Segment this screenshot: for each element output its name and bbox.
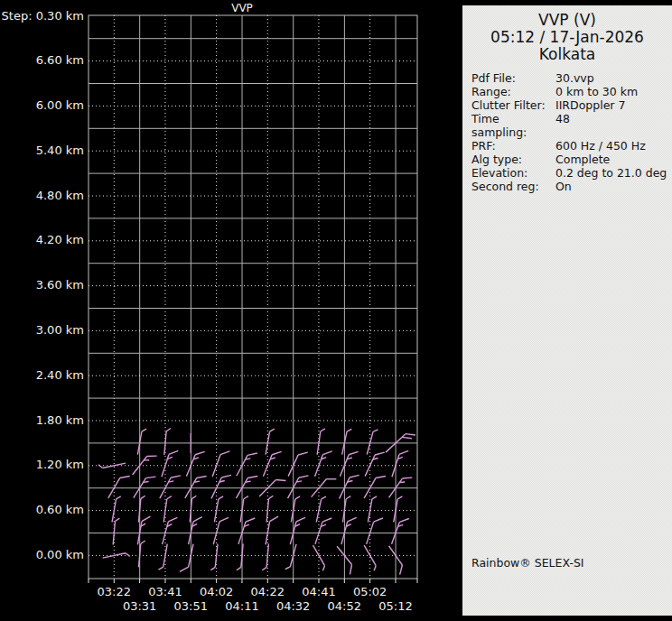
wind-barb (317, 429, 325, 455)
wind-barb (392, 519, 409, 544)
y-tick-label: 0.00 km (36, 548, 84, 561)
detail-row: Time sampling:48 (471, 112, 672, 139)
y-tick-label: 6.00 km (36, 98, 84, 112)
wind-barb (340, 451, 358, 477)
detail-row: Pdf File:30.vvp (471, 71, 672, 85)
wind-barb (288, 476, 309, 498)
wind-barb (290, 517, 305, 544)
detail-label: Elevation: (471, 166, 555, 180)
wind-barb (163, 496, 172, 523)
wind-barb (266, 429, 275, 455)
wind-barb (214, 496, 223, 523)
wind-barb (340, 475, 359, 498)
wind-barb (288, 452, 308, 476)
wind-barb (364, 477, 386, 498)
y-tick-label: 5.40 km (36, 144, 84, 157)
x-tick-label: 04:02 (200, 585, 233, 598)
y-tick-label: 4.80 km (36, 189, 84, 202)
y-tick-label: 3.60 km (36, 278, 84, 292)
wind-barb (186, 451, 204, 477)
detail-row: Second reg:On (471, 180, 672, 193)
detail-row: PRF:600 Hz / 450 Hz (471, 139, 672, 153)
wind-barb (134, 477, 156, 498)
panel-title-block: VVP (V) 05:12 / 17-Jan-2026 Kolkata (462, 5, 672, 63)
wind-barb (342, 429, 352, 454)
wind-barb (315, 518, 331, 544)
wind-barb (291, 496, 300, 523)
wind-barb (164, 429, 171, 455)
product-title: VVP (V) (462, 12, 672, 29)
wind-barb (237, 453, 257, 476)
y-tick-label: 0.60 km (36, 503, 84, 516)
info-panel: VVP (V) 05:12 / 17-Jan-2026 Kolkata Pdf … (462, 5, 672, 616)
wind-barb (394, 496, 403, 523)
x-tick-label: 03:31 (123, 599, 156, 613)
wind-barb (160, 476, 181, 498)
plot-border (89, 15, 417, 579)
detail-label: Time sampling: (471, 112, 555, 139)
y-tick-label: 6.60 km (36, 53, 84, 67)
wind-barb (367, 518, 383, 544)
vvp-window: VVP Step: 0.30 km 6.60 km6.00 km5.40 km4… (0, 0, 672, 621)
y-tick-label: 1.80 km (36, 413, 84, 427)
x-tick-label: 03:22 (98, 585, 131, 598)
detail-label: PRF: (471, 139, 555, 153)
detail-value: Complete (555, 153, 672, 166)
x-tick-label: 04:22 (251, 585, 285, 598)
wind-barb (163, 517, 178, 544)
wind-barb (367, 430, 378, 455)
wind-barb (368, 496, 377, 523)
y-tick-label: 4.20 km (36, 233, 84, 246)
wind-barb (313, 545, 324, 570)
wind-barb (364, 545, 376, 570)
step-label: Step: 0.30 km (2, 9, 84, 23)
x-tick-label: 04:52 (328, 599, 361, 613)
wind-barb (113, 518, 119, 544)
brand-footer: Rainbow® SELEX-SI (471, 556, 584, 570)
x-tick-label: 03:41 (148, 585, 182, 598)
detail-value: 30.vvp (555, 71, 672, 85)
detail-row: Alg type:Complete (471, 153, 672, 166)
vvp-time-height-chart: VVP Step: 0.30 km 6.60 km6.00 km5.40 km4… (0, 0, 462, 621)
x-tick-label: 04:41 (302, 585, 335, 598)
x-tick-label: 03:51 (174, 599, 208, 613)
product-datetime: 05:12 / 17-Jan-2026 (462, 29, 672, 46)
x-tick-label: 04:32 (276, 599, 310, 613)
wind-barb (211, 475, 231, 498)
detail-value: IIRDoppler 7 (555, 98, 672, 112)
wind-barb (185, 477, 207, 498)
wind-barb (213, 517, 229, 544)
product-detail-list: Pdf File:30.vvpRange:0 km to 30 kmClutte… (462, 71, 672, 193)
detail-value: 48 (555, 112, 672, 139)
wind-barb (159, 544, 168, 570)
detail-value: On (555, 180, 672, 193)
wind-barb (316, 496, 326, 522)
detail-value: 600 Hz / 450 Hz (555, 139, 672, 153)
wind-barb (392, 450, 408, 477)
wind-barb (266, 516, 278, 544)
detail-label: Clutter Filter: (471, 98, 555, 112)
x-tick-label: 05:02 (353, 585, 387, 598)
x-tick-label: 04:11 (225, 599, 258, 613)
detail-value: 0 km to 30 km (555, 85, 672, 98)
wind-barb (343, 496, 351, 523)
y-axis-labels: 6.60 km6.00 km5.40 km4.80 km4.20 km3.60 … (36, 53, 84, 561)
wind-barbs-layer (98, 429, 415, 575)
wind-barb (137, 429, 146, 455)
wind-barb (212, 451, 229, 477)
x-tick-label: 05:12 (378, 599, 412, 613)
detail-value: 0.2 deg to 21.0 deg (555, 166, 672, 180)
wind-barb (108, 477, 130, 498)
x-axis-labels: 03:2203:3103:4103:5104:0204:1104:2204:32… (98, 585, 413, 613)
detail-row: Range:0 km to 30 km (471, 85, 672, 98)
y-tick-label: 1.20 km (36, 458, 84, 471)
y-tick-label: 3.00 km (36, 323, 84, 337)
chart-grid (89, 15, 417, 583)
detail-label: Pdf File: (471, 71, 555, 85)
wind-barb (236, 477, 257, 498)
detail-label: Alg type: (471, 153, 555, 166)
detail-row: Elevation:0.2 deg to 21.0 deg (471, 166, 672, 180)
wind-barb (210, 543, 218, 570)
y-tick-label: 2.40 km (36, 368, 84, 382)
chart-title: VVP (231, 2, 253, 14)
